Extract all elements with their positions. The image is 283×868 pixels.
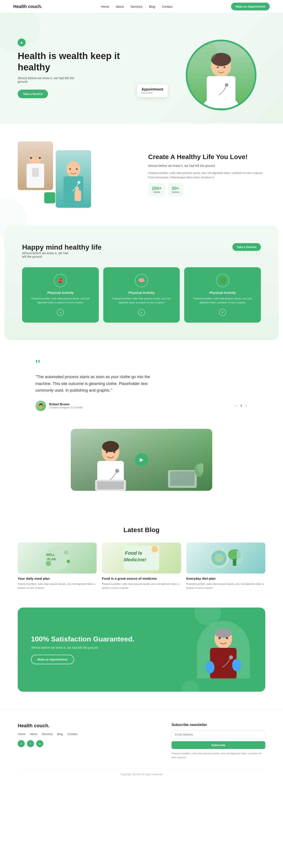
hero-cta-button[interactable]: Take a Service: [18, 90, 48, 98]
footer-nav-about[interactable]: About: [30, 732, 37, 736]
nurse-svg: [57, 155, 90, 203]
svg-point-59: [232, 659, 241, 671]
svg-point-8: [228, 42, 250, 57]
social-facebook[interactable]: f: [18, 740, 25, 747]
blog-body-1: Praesent porttitor, nulla vitae posuere …: [18, 582, 97, 590]
video-play-button[interactable]: ▶: [135, 453, 148, 466]
nav-links: Home About Services Blog Contact: [101, 5, 172, 8]
hero-subtitle: Almost before we knew it, we had left th…: [18, 76, 80, 84]
svg-rect-51: [237, 550, 242, 563]
footer-nav-contact[interactable]: Contact: [67, 732, 77, 736]
appointment-sub: Book Now: [142, 91, 163, 94]
blog-body-2: Praesent porttitor, nulla vitae posuere …: [102, 582, 181, 590]
service-more-1[interactable]: +: [57, 309, 64, 316]
svg-rect-22: [75, 187, 79, 192]
testi-next-arrow[interactable]: →: [244, 403, 248, 408]
svg-point-5: [217, 66, 219, 68]
service-card-2: 🧠 Physical Activity Praesent porttitor, …: [103, 267, 180, 322]
svg-point-6: [223, 66, 225, 68]
blog-title-1: Your daily meal plan: [18, 577, 97, 580]
about-stats: 200+ Clients 50+ Doctors: [148, 183, 265, 196]
services-header-text: Happy mind healthy life Almost before we…: [22, 243, 101, 258]
about-content: Create A Healthy Life You Love! Almost b…: [148, 153, 265, 196]
cta-box: 100% Satisfaction Guaranteed. Almost bef…: [18, 608, 265, 692]
service-title-2: Physical Activity: [108, 291, 176, 294]
testi-page: 3: [240, 404, 242, 407]
blog-title-2: Food is a great source of medicine: [102, 577, 181, 580]
social-twitter[interactable]: t: [27, 740, 34, 747]
cta-button[interactable]: Make an Appointment: [31, 655, 74, 664]
about-section: Create A Healthy Life You Love! Almost b…: [0, 124, 283, 225]
stat-clients: 200+ Clients: [148, 183, 165, 196]
blog-card-2: Food Is Medicine! Food is a great source…: [102, 542, 181, 590]
svg-point-17: [67, 162, 80, 174]
about-green-square: [44, 192, 55, 203]
services-subtitle: Almost before we knew it, we had left th…: [22, 251, 71, 258]
play-icon[interactable]: [18, 38, 26, 46]
newsletter-email-input[interactable]: [171, 731, 265, 739]
svg-point-27: [106, 451, 108, 453]
svg-point-28: [113, 451, 116, 453]
quote-mark: ": [35, 358, 248, 371]
nav-cta-button[interactable]: Make an Appointment: [231, 3, 270, 10]
testimonial-section: " "The automated process starts as soon …: [0, 340, 283, 429]
testi-prev-arrow[interactable]: ←: [234, 403, 239, 408]
service-more-2[interactable]: +: [138, 309, 145, 316]
svg-text:PLAN: PLAN: [47, 557, 56, 561]
social-instagram[interactable]: in: [36, 740, 43, 747]
service-icon-2: 🧠: [135, 274, 148, 287]
cta-title: 100% Satisfaction Guaranteed.: [31, 635, 186, 643]
blog-card-1: WELL PLAN Your daily meal plan Praesent …: [18, 542, 97, 590]
svg-point-39: [46, 561, 51, 566]
footer-col-main: Health couch. Home About Services Blog C…: [18, 723, 158, 760]
nav-about[interactable]: About: [116, 5, 124, 8]
svg-text:Food Is: Food Is: [125, 550, 142, 556]
newsletter-heading: Subscribe newsletter: [171, 723, 265, 727]
about-image-1: [18, 142, 53, 190]
service-title-1: Physical Activity: [27, 291, 94, 294]
about-title: Create A Healthy Life You Love!: [148, 153, 265, 161]
footer-nav: Home About Services Blog Contact: [18, 732, 158, 736]
cta-subtitle: Almost before we knew it, we had left th…: [31, 646, 186, 649]
svg-text:WELL: WELL: [46, 553, 55, 556]
service-card-3: 🌿 Physical Activity Praesent porttitor, …: [184, 267, 261, 322]
footer-nav-blog[interactable]: Blog: [57, 732, 63, 736]
svg-point-18: [69, 168, 71, 170]
footer-copyright: Copyright @2020 All rights reserved: [18, 768, 265, 776]
nav-services[interactable]: Services: [130, 5, 143, 8]
stat-doctors: 50+ Doctors: [168, 183, 183, 196]
nav-contact[interactable]: Contact: [162, 5, 172, 8]
navbar: Health couch. Home About Services Blog C…: [0, 0, 283, 13]
service-icon-3: 🌿: [216, 274, 229, 287]
cta-blob-2: [181, 681, 199, 692]
svg-point-58: [206, 661, 215, 674]
testimonial-avatar: 👨: [35, 401, 46, 411]
about-image-2: [56, 150, 91, 208]
services-header: Happy mind healthy life Almost before we…: [22, 243, 261, 258]
svg-point-13: [39, 157, 41, 159]
svg-rect-31: [97, 482, 124, 489]
doctor-illustration: [192, 42, 250, 108]
video-doctor-svg: [88, 435, 133, 491]
newsletter-submit-button[interactable]: Subscribe: [171, 741, 265, 749]
patient-svg: [19, 144, 52, 188]
stat-doctors-label: Doctors: [171, 191, 180, 193]
nav-home[interactable]: Home: [101, 5, 109, 8]
cta-image-area: [195, 621, 252, 678]
footer-nav-home[interactable]: Home: [18, 732, 25, 736]
svg-point-19: [76, 168, 77, 170]
services-title: Happy mind healthy life: [22, 243, 101, 251]
about-images: [18, 142, 135, 208]
testimonial-author-role: Creative designer at Colorlib: [49, 406, 83, 409]
about-body: Praesent porttitor, nulla vitae posuere …: [148, 171, 265, 180]
svg-rect-3: [207, 76, 235, 108]
footer-nav-services[interactable]: Services: [42, 732, 53, 736]
blog-title-3: Everyday diet plan: [186, 577, 265, 580]
service-more-3[interactable]: +: [219, 309, 226, 316]
hero-title: Health is wealth keep it healthy: [18, 51, 142, 73]
services-section: for(let i=0;i<48;i++) document.write('<d…: [4, 225, 279, 340]
svg-point-41: [67, 560, 70, 563]
svg-point-56: [218, 637, 221, 639]
hero-section: Health is wealth keep it healthy Almost …: [0, 13, 283, 124]
nav-blog[interactable]: Blog: [149, 5, 155, 8]
